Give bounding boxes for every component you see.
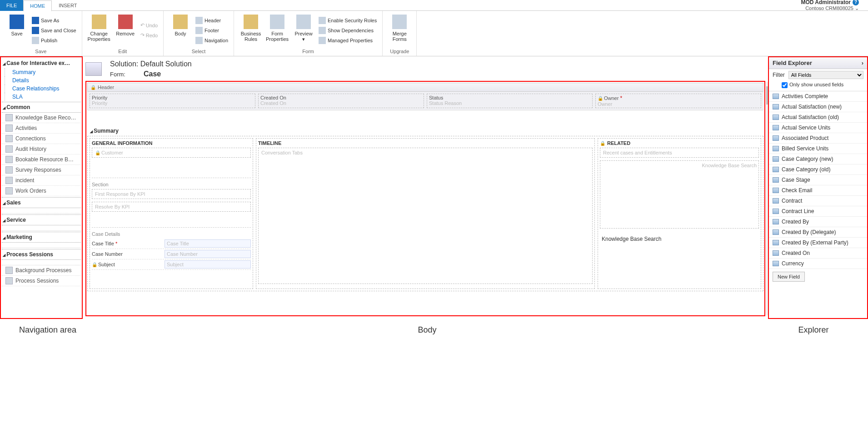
- field-item[interactable]: Case Category (new): [769, 154, 867, 164]
- nav-entity-header[interactable]: Case for Interactive ex…: [2, 58, 81, 68]
- save-as-button[interactable]: Save As: [30, 15, 78, 25]
- kb-search-box[interactable]: Knowledge Base Search: [600, 160, 759, 229]
- nav-process-item[interactable]: Background Processes: [2, 265, 81, 276]
- footer-button[interactable]: Footer: [194, 25, 230, 35]
- nav-form-item[interactable]: SLA: [5, 93, 81, 101]
- header-field[interactable]: StatusStatus Reason: [427, 94, 593, 108]
- kb-search-label: Knowledge Base Search: [600, 234, 759, 244]
- label-explorer: Explorer: [759, 325, 868, 335]
- nav-common-item[interactable]: Bookable Resource B…: [2, 154, 81, 165]
- field-item[interactable]: Billed Service Units: [769, 144, 867, 154]
- nav-group-header[interactable]: Service: [2, 214, 81, 225]
- redo-button[interactable]: ↷ Redo: [139, 30, 160, 40]
- change-properties-button[interactable]: Change Properties: [86, 13, 112, 48]
- change-properties-icon: [92, 15, 106, 29]
- help-icon[interactable]: ?: [853, 0, 859, 5]
- nav-process-item[interactable]: Process Sessions: [2, 276, 81, 286]
- nav-common-item[interactable]: Survey Responses: [2, 165, 81, 175]
- case-detail-row[interactable]: Case NumberCase Number: [92, 249, 251, 259]
- field-icon: [773, 219, 779, 224]
- header-field[interactable]: PriorityPriority: [90, 94, 255, 108]
- center-area: Solution: Default Solution Form:Case 🔒He…: [83, 56, 768, 319]
- nav-common-item[interactable]: Activities: [2, 123, 81, 134]
- remove-button[interactable]: Remove: [112, 13, 139, 48]
- preview-button[interactable]: Preview▾: [290, 13, 317, 48]
- merge-icon: [392, 15, 407, 29]
- navigation-button[interactable]: Navigation: [194, 35, 230, 45]
- field-icon: [773, 146, 779, 151]
- field-item[interactable]: Case Stage: [769, 175, 867, 185]
- save-button[interactable]: Save: [4, 13, 30, 48]
- field-item[interactable]: Case Category (old): [769, 164, 867, 175]
- org-name: Contoso CRM808025: [805, 5, 853, 11]
- business-rules-button[interactable]: Business Rules: [238, 13, 264, 48]
- nav-group-header[interactable]: Marketing: [2, 232, 81, 243]
- customer-field[interactable]: 🔒Customer: [92, 148, 251, 158]
- nav-common-item[interactable]: Knowledge Base Reco…: [2, 113, 81, 123]
- nav-group-header[interactable]: Process Sessions: [2, 249, 81, 260]
- tab-file[interactable]: FILE: [0, 0, 23, 11]
- case-detail-row[interactable]: 🔒SubjectSubject: [92, 259, 251, 270]
- explorer-title: Field Explorer: [773, 60, 812, 66]
- header-section-bar[interactable]: 🔒Header: [87, 83, 763, 92]
- field-item[interactable]: Created By (Delegate): [769, 227, 867, 238]
- timeline-field[interactable]: Conversation Tabs: [258, 148, 593, 284]
- summary-col-general[interactable]: GENERAL INFORMATION 🔒Customer Section Fi…: [90, 138, 253, 289]
- nav-form-item[interactable]: Summary: [5, 68, 81, 76]
- collapse-icon[interactable]: ⌄: [855, 5, 859, 11]
- security-roles-button[interactable]: Enable Security Roles: [317, 15, 379, 25]
- nav-group-header[interactable]: Sales: [2, 197, 81, 208]
- field-item[interactable]: Contract Line: [769, 206, 867, 217]
- summary-col-timeline[interactable]: TIMELINE Conversation Tabs: [256, 138, 595, 289]
- unused-checkbox[interactable]: [782, 82, 788, 88]
- nav-common-item[interactable]: Work Orders: [2, 186, 81, 196]
- field-item[interactable]: Associated Product: [769, 133, 867, 144]
- new-field-button[interactable]: New Field: [773, 272, 805, 282]
- field-item[interactable]: Actual Satisfaction (new): [769, 102, 867, 112]
- header-field[interactable]: 🔒Owner *Owner: [595, 94, 761, 108]
- filter-select[interactable]: All Fields: [788, 71, 863, 79]
- field-item[interactable]: Actual Satisfaction (old): [769, 112, 867, 123]
- field-item[interactable]: Currency: [769, 259, 867, 269]
- section-label: Section: [92, 178, 251, 189]
- managed-properties-button[interactable]: Managed Properties: [317, 35, 379, 45]
- undo-button[interactable]: ↶ Undo: [139, 20, 160, 30]
- field-item[interactable]: Created By (External Party): [769, 238, 867, 248]
- form-name: Case: [144, 70, 161, 78]
- form-properties-button[interactable]: Form Properties: [264, 13, 290, 48]
- dependencies-button[interactable]: Show Dependencies: [317, 25, 379, 35]
- field-icon: [773, 167, 779, 172]
- field-item[interactable]: Actual Service Units: [769, 123, 867, 133]
- save-close-button[interactable]: Save and Close: [30, 25, 78, 35]
- kpi1-field[interactable]: First Response By KPI: [92, 189, 251, 199]
- header-button[interactable]: Header: [194, 15, 230, 25]
- header-field[interactable]: Created OnCreated On: [258, 94, 424, 108]
- field-item[interactable]: Contract: [769, 196, 867, 206]
- nav-common-item[interactable]: Audit History: [2, 144, 81, 154]
- nav-common-item[interactable]: incident: [2, 175, 81, 186]
- merge-forms-button[interactable]: Merge Forms: [386, 13, 413, 48]
- tab-insert[interactable]: INSERT: [52, 0, 84, 11]
- related-field[interactable]: Recent cases and Entitlements: [600, 148, 759, 158]
- field-item[interactable]: Check Email: [769, 185, 867, 196]
- nav-common-item[interactable]: Connections: [2, 134, 81, 144]
- field-item[interactable]: Activities Complete: [769, 91, 867, 102]
- kpi2-field[interactable]: Resolve By KPI: [92, 202, 251, 212]
- field-icon: [773, 198, 779, 204]
- chevron-right-icon[interactable]: ›: [862, 60, 863, 66]
- body-button[interactable]: Body: [167, 13, 194, 48]
- managed-icon: [319, 37, 326, 44]
- nav-item-icon: [5, 114, 13, 121]
- field-item[interactable]: Created On: [769, 248, 867, 259]
- nav-form-item[interactable]: Details: [5, 76, 81, 85]
- case-details-label: Case Details: [92, 227, 251, 239]
- summary-col-related[interactable]: 🔒RELATED Recent cases and Entitlements K…: [598, 138, 761, 289]
- nav-common-header[interactable]: Common: [2, 102, 81, 113]
- case-detail-row[interactable]: Case Title *Case Title: [92, 239, 251, 249]
- nav-form-item[interactable]: Case Relationships: [5, 85, 81, 93]
- field-item[interactable]: Created By: [769, 217, 867, 227]
- nav-item-icon: [5, 124, 13, 132]
- tab-home[interactable]: HOME: [23, 0, 52, 11]
- summary-tab-label[interactable]: Summary: [87, 124, 763, 136]
- publish-button[interactable]: Publish: [30, 35, 78, 45]
